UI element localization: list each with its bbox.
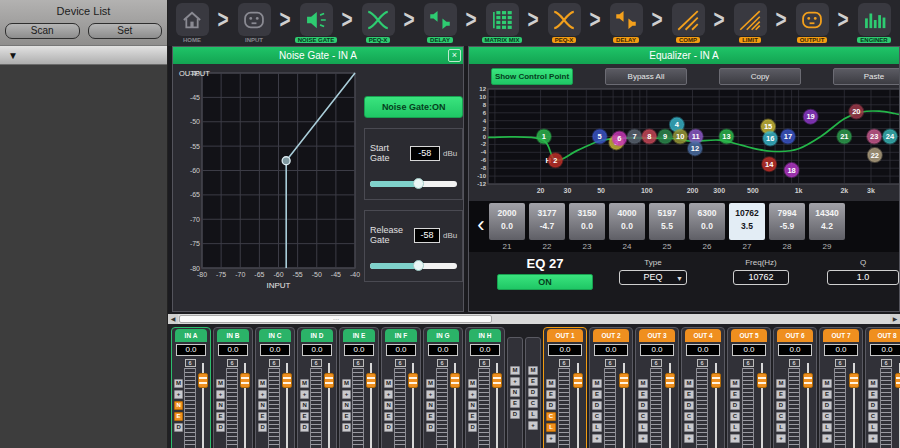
eq-point-21[interactable]: 21 xyxy=(837,130,851,144)
strip-button-e[interactable]: E xyxy=(468,412,477,421)
strip-button-plus[interactable]: + xyxy=(822,434,832,443)
strip-button-m[interactable]: M xyxy=(174,379,183,388)
strip-button-n[interactable]: N xyxy=(384,401,393,410)
strip-button-d[interactable]: D xyxy=(546,401,556,410)
strip-button-m[interactable]: M xyxy=(510,366,520,375)
eq-point-16[interactable]: 16 xyxy=(763,132,777,146)
strip-button-plus[interactable]: + xyxy=(868,434,878,443)
channel-gain-value[interactable]: 0.0 xyxy=(470,344,500,356)
channel-tab[interactable]: OUT 6 xyxy=(777,329,813,342)
eq-point-8[interactable]: 8 xyxy=(642,130,656,144)
strip-button-m[interactable]: M xyxy=(730,379,740,388)
set-button[interactable]: Set xyxy=(88,23,163,39)
fader-handle[interactable] xyxy=(849,373,859,388)
copy-button[interactable]: Copy xyxy=(719,68,801,85)
strip-button-plus[interactable]: + xyxy=(468,390,477,399)
channel-strip-out-3[interactable]: OUT 30.0MEDCL+6-64 xyxy=(635,327,679,448)
strip-button-plus[interactable]: + xyxy=(258,390,267,399)
channel-strip-out-2[interactable]: OUT 20.0MEDCL+6-64 xyxy=(589,327,633,448)
strip-button-plus[interactable]: + xyxy=(216,390,225,399)
channel-tab[interactable]: OUT 4 xyxy=(685,329,721,342)
strip-button-e[interactable]: E xyxy=(822,390,832,399)
eq-point-9[interactable]: 9 xyxy=(658,130,672,144)
strip-button-c[interactable]: C xyxy=(638,412,648,421)
channel-strip-in-f[interactable]: IN F0.0M+NED6-64 xyxy=(381,327,421,448)
strip-button-c[interactable]: C xyxy=(528,399,538,408)
strip-button-plus[interactable]: + xyxy=(776,434,786,443)
channel-gain-value[interactable]: 0.0 xyxy=(870,344,900,356)
freq-value-field[interactable]: 10762 xyxy=(733,270,789,285)
channel-strip-in-h[interactable]: IN H0.0M+NED6-64 xyxy=(465,327,505,448)
eq-point-20[interactable]: 20 xyxy=(849,105,863,119)
toolbar-item-matrix-mix[interactable]: MATRIX MIX xyxy=(480,3,524,43)
strip-button-plus[interactable]: + xyxy=(174,390,183,399)
strip-button-d[interactable]: D xyxy=(468,423,477,432)
channel-fader[interactable] xyxy=(710,357,722,448)
channel-strip-in-e[interactable]: IN E0.0M+NED6-64 xyxy=(339,327,379,448)
eq-band-cell-25[interactable]: 51975.525 xyxy=(649,203,685,251)
strip-button-e[interactable]: E xyxy=(174,412,183,421)
gate-threshold-handle[interactable] xyxy=(282,157,290,165)
eq-point-7[interactable]: 7 xyxy=(628,130,642,144)
eq-band-cell-28[interactable]: 7994-5.928 xyxy=(769,203,805,251)
strip-button-m[interactable]: M xyxy=(468,379,477,388)
channel-tab[interactable]: IN A xyxy=(175,329,207,342)
strip-button-e[interactable]: E xyxy=(638,390,648,399)
channel-fader[interactable] xyxy=(491,357,502,448)
channel-tab[interactable]: IN E xyxy=(343,329,375,342)
strip-button-c[interactable]: C xyxy=(776,412,786,421)
channel-strip-out-6[interactable]: OUT 60.0MEDCL+6-64 xyxy=(773,327,817,448)
toolbar-item-peq-x[interactable]: PEQ-X xyxy=(542,3,586,43)
strip-button-l[interactable]: L xyxy=(776,423,786,432)
strip-button-e[interactable]: E xyxy=(730,390,740,399)
toolbar-item-enginer[interactable]: ENGINER xyxy=(852,3,896,43)
strip-button-n[interactable]: N xyxy=(300,401,309,410)
scrollbar-thumb[interactable]: ⋯ xyxy=(179,315,492,323)
toolbar-item-home[interactable]: HOME xyxy=(170,3,214,43)
fader-handle[interactable] xyxy=(240,373,250,388)
eq-point-12[interactable]: 12 xyxy=(688,141,702,155)
scan-button[interactable]: Scan xyxy=(5,23,80,39)
strip-button-m[interactable]: M xyxy=(592,379,602,388)
strip-button-m[interactable]: M xyxy=(546,379,556,388)
eq-point-1[interactable]: 1 xyxy=(537,130,551,144)
eq-band-on-button[interactable]: ON xyxy=(497,274,593,290)
eq-point-13[interactable]: 13 xyxy=(720,130,734,144)
strip-button-d[interactable]: D xyxy=(638,401,648,410)
strip-button-l[interactable]: L xyxy=(822,423,832,432)
eq-point-5[interactable]: 5 xyxy=(593,130,607,144)
eq-band-cell-27[interactable]: 107623.527 xyxy=(729,203,765,251)
type-dropdown[interactable]: PEQ ▼ xyxy=(619,270,687,285)
strip-button-e[interactable]: E xyxy=(776,390,786,399)
channel-tab[interactable]: IN C xyxy=(259,329,291,342)
eq-band-cell-26[interactable]: 63000.026 xyxy=(689,203,725,251)
strip-button-d[interactable]: D xyxy=(174,423,183,432)
eq-band-cell-24[interactable]: 40000.024 xyxy=(609,203,645,251)
strip-button-m[interactable]: M xyxy=(822,379,832,388)
channel-gain-value[interactable]: 0.0 xyxy=(594,344,628,356)
strip-button-plus[interactable]: + xyxy=(592,434,602,443)
fader-handle[interactable] xyxy=(282,373,292,388)
strip-button-d[interactable]: D xyxy=(822,401,832,410)
channel-fader[interactable] xyxy=(407,357,418,448)
strip-button-e[interactable]: E xyxy=(300,412,309,421)
toolbar-item-noise-gate[interactable]: NOISE GATE xyxy=(294,3,338,43)
channel-fader[interactable] xyxy=(239,357,250,448)
channel-fader[interactable] xyxy=(365,357,376,448)
eq-band-cell-23[interactable]: 31500.023 xyxy=(569,203,605,251)
eq-band-cell-29[interactable]: 143404.229 xyxy=(809,203,845,251)
strip-button-m[interactable]: M xyxy=(776,379,786,388)
channel-fader[interactable] xyxy=(449,357,460,448)
strip-button-plus[interactable]: + xyxy=(300,390,309,399)
channel-strip-out-1[interactable]: OUT 10.0MEDCL+6-64 xyxy=(543,327,587,448)
channel-tab[interactable]: IN H xyxy=(469,329,501,342)
strip-button-m[interactable]: M xyxy=(300,379,309,388)
channel-gain-value[interactable]: 0.0 xyxy=(344,344,374,356)
strip-button-plus[interactable]: + xyxy=(730,434,740,443)
strip-button-c[interactable]: C xyxy=(684,412,694,421)
strip-button-d[interactable]: D xyxy=(868,401,878,410)
channel-fader[interactable] xyxy=(572,357,584,448)
collapsed-strip-2[interactable]: MEDCL+ xyxy=(525,337,541,448)
channel-fader[interactable] xyxy=(323,357,334,448)
strip-button-l[interactable]: L xyxy=(528,410,538,419)
